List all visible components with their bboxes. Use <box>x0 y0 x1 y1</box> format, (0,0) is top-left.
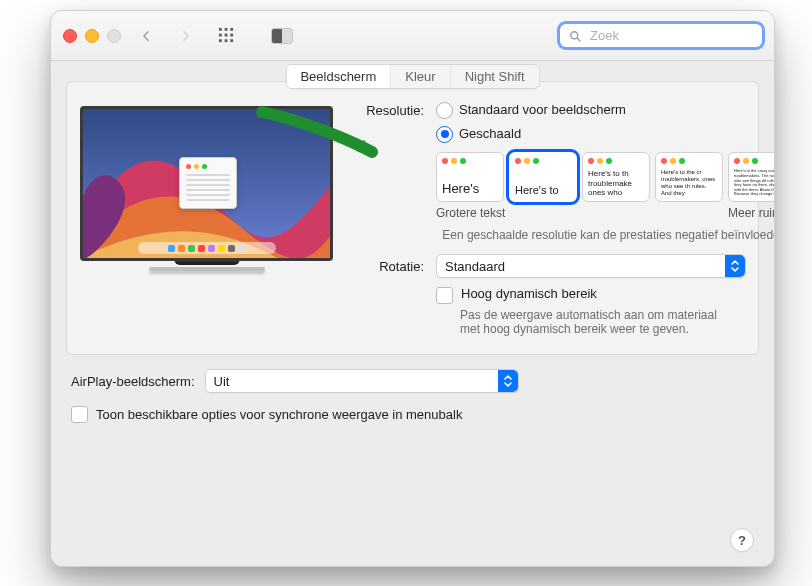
svg-rect-4 <box>224 34 227 37</box>
svg-rect-8 <box>230 39 233 42</box>
scale-thumb-0[interactable]: Here's <box>436 152 504 202</box>
search-icon <box>568 29 582 43</box>
tab-display[interactable]: Beeldscherm <box>286 65 391 88</box>
select-arrows-icon <box>498 370 518 392</box>
svg-rect-6 <box>218 39 221 42</box>
forward-button[interactable] <box>175 26 197 46</box>
scale-thumb-2[interactable]: Here's to th troublemake ones who <box>582 152 650 202</box>
svg-rect-2 <box>230 28 233 31</box>
tab-bar: Beeldscherm Kleur Night Shift <box>285 64 539 89</box>
scale-thumb-text: Here's <box>442 182 498 197</box>
main-panel: Resolutie: Standaard voor beeldscherm Ge… <box>66 81 759 355</box>
mini-window <box>179 157 237 209</box>
mirror-menu-checkbox[interactable] <box>71 406 88 423</box>
grid-icon <box>218 27 235 44</box>
chevron-left-icon <box>139 29 153 43</box>
content-area: Beeldscherm Kleur Night Shift <box>51 61 774 566</box>
resolution-default-radio[interactable]: Standaard voor beeldscherm <box>436 100 626 120</box>
hdr-help-text: Pas de weergave automatisch aan om mater… <box>460 308 736 336</box>
search-field[interactable] <box>560 24 762 47</box>
rotation-label: Rotatie: <box>354 256 424 277</box>
scale-thumb-1[interactable]: Here's to <box>509 152 577 202</box>
tab-night-shift[interactable]: Night Shift <box>451 65 539 88</box>
window-controls <box>63 29 121 43</box>
help-button[interactable]: ? <box>730 528 754 552</box>
scaling-warning: Een geschaalde resolutie kan de prestati… <box>436 228 775 242</box>
preferences-window: Beeldscherm Kleur Night Shift <box>50 10 775 567</box>
more-space-label: Meer ruimte <box>728 206 775 220</box>
airplay-value: Uit <box>214 374 230 389</box>
hdr-checkbox[interactable] <box>436 287 453 304</box>
scale-thumb-text: Here's to <box>515 184 571 197</box>
mini-dock <box>138 242 276 254</box>
scale-thumb-text: Here's to the crazy one troublemakers. T… <box>734 169 775 197</box>
nav-buttons <box>135 26 197 46</box>
resolution-scaled-radio[interactable]: Geschaald <box>436 124 626 144</box>
chevron-right-icon <box>179 29 193 43</box>
scale-thumb-3[interactable]: Here's to the cr troublemakers. ones who… <box>655 152 723 202</box>
zoom-window-button[interactable] <box>107 29 121 43</box>
svg-rect-1 <box>224 28 227 31</box>
resolution-default-label: Standaard voor beeldscherm <box>459 100 626 120</box>
resolution-scaled-label: Geschaald <box>459 124 521 144</box>
airplay-select[interactable]: Uit <box>205 369 519 393</box>
arrange-button[interactable] <box>271 26 293 46</box>
scale-thumb-4[interactable]: Here's to the crazy one troublemakers. T… <box>728 152 775 202</box>
airplay-label: AirPlay-beeldscherm: <box>71 374 195 389</box>
svg-rect-3 <box>218 34 221 37</box>
back-button[interactable] <box>135 26 157 46</box>
toolbar <box>51 11 774 61</box>
select-arrows-icon <box>725 255 745 277</box>
larger-text-label: Grotere tekst <box>436 206 505 220</box>
monitor-preview <box>83 106 330 271</box>
resolution-label: Resolutie: <box>354 100 424 121</box>
hdr-checkbox-label: Hoog dynamisch bereik <box>461 286 597 301</box>
svg-rect-7 <box>224 39 227 42</box>
scale-thumb-text: Here's to th troublemake ones who <box>588 169 644 197</box>
search-input[interactable] <box>588 27 760 44</box>
bottom-controls: AirPlay-beeldscherm: Uit Toon beschikbar… <box>51 355 774 437</box>
mirror-menu-label: Toon beschikbare opties voor synchrone w… <box>96 407 462 422</box>
show-all-button[interactable] <box>215 26 237 46</box>
close-window-button[interactable] <box>63 29 77 43</box>
tab-color[interactable]: Kleur <box>391 65 450 88</box>
scale-thumb-text: Here's to the cr troublemakers. ones who… <box>661 169 717 197</box>
rotation-select[interactable]: Standaard <box>436 254 746 278</box>
segmented-rect-icon <box>271 28 293 44</box>
scale-thumbnails: Here'sHere's toHere's to th troublemake … <box>436 152 775 202</box>
minimize-window-button[interactable] <box>85 29 99 43</box>
svg-rect-5 <box>230 34 233 37</box>
svg-rect-0 <box>218 28 221 31</box>
rotation-value: Standaard <box>445 259 505 274</box>
